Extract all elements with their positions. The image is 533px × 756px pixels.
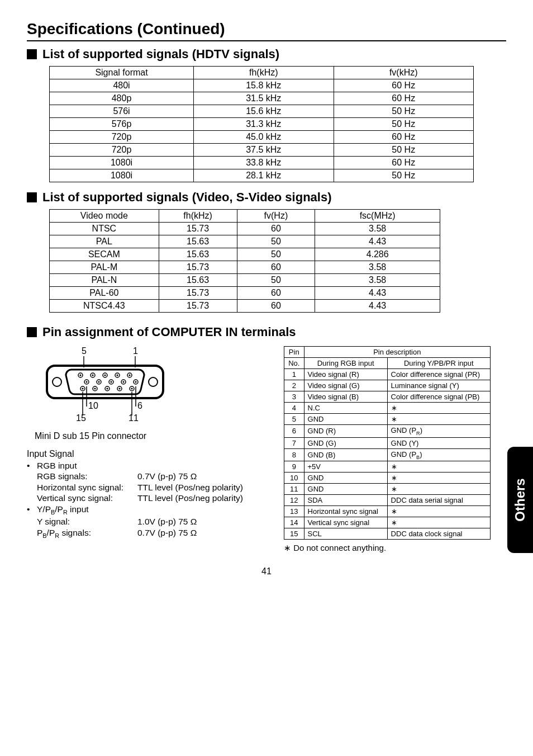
table-cell: PAL-M — [50, 261, 159, 274]
pin-label-11: 11 — [129, 413, 139, 423]
pin-rgb-cell: GND (R) — [304, 425, 387, 438]
table-row: 576i15.6 kHz50 Hz — [50, 105, 474, 118]
input-signal-heading: Input Signal — [27, 449, 267, 459]
video-table-body: NTSC15.73603.58PAL15.63504.43SECAM15.635… — [50, 223, 440, 313]
pin-rgb-cell: Video signal (G) — [304, 380, 387, 391]
table-row: 15SCLDDC data clock signal — [284, 528, 491, 540]
hdtv-table-body: 480i15.8 kHz60 Hz480p31.5 kHz60 Hz576i15… — [50, 79, 474, 182]
svg-point-7 — [104, 374, 106, 376]
table-row: 9+5V∗ — [284, 461, 491, 472]
title-rule — [27, 40, 506, 41]
svg-point-3 — [79, 374, 81, 376]
table-row: SECAM15.63504.286 — [50, 248, 440, 261]
bullet-icon: • — [27, 504, 37, 540]
ypbpr-input-label: Y/PB/PR input — [37, 504, 267, 517]
pin-ypbpr-cell: GND (PR) — [387, 425, 490, 438]
table-row: Video mode fh(kHz) fv(Hz) fsc(MHz) — [50, 210, 440, 223]
pin-area: 5 1 — [27, 346, 506, 553]
input-signal-list: • RGB input RGB signals: 0.7V (p-p) 75 Ω… — [27, 460, 267, 540]
table-row: NTSC4.4315.73604.43 — [50, 300, 440, 313]
svg-point-17 — [110, 381, 112, 382]
pbpr-signal-line: PB/PR signals: 0.7V (p-p) 75 Ω — [37, 527, 267, 540]
svg-point-5 — [92, 374, 93, 376]
table-row: 6GND (R)GND (PR) — [284, 425, 491, 438]
video-col-fv: fv(Hz) — [237, 210, 315, 223]
hdtv-table-head: Signal format fh(kHz) fv(kHz) — [50, 67, 474, 79]
table-row: 13Horizontal sync signal∗ — [284, 506, 491, 517]
table-cell: 31.3 kHz — [194, 118, 334, 131]
y-signal-val: 1.0V (p-p) 75 Ω — [137, 516, 267, 527]
table-row: 11GND∗ — [284, 484, 491, 495]
table-cell: 60 — [237, 287, 315, 300]
table-cell: 50 Hz — [334, 144, 473, 157]
table-cell: 50 Hz — [334, 118, 473, 131]
video-table: Video mode fh(kHz) fv(Hz) fsc(MHz) NTSC1… — [49, 209, 440, 313]
svg-point-11 — [129, 374, 130, 376]
pin-table-head: Pin Pin description No. During RGB input… — [284, 347, 491, 369]
table-cell: 50 — [237, 274, 315, 287]
table-cell: 15.63 — [159, 235, 237, 248]
ypbpr-input-group: • Y/PB/PR input Y signal: 1.0V (p-p) 75 … — [27, 504, 267, 540]
table-row: 7GND (G)GND (Y) — [284, 437, 491, 448]
ypbpr-text-p: /P — [55, 504, 63, 514]
table-cell: 60 Hz — [334, 131, 473, 144]
pin-rgb-cell: GND (B) — [304, 448, 387, 461]
section-heading-hdtv-text: List of supported signals (HDTV signals) — [42, 47, 279, 62]
pin-table-body: 1Video signal (R)Color difference signal… — [284, 369, 491, 540]
video-col-fsc: fsc(MHz) — [315, 210, 440, 223]
table-row: 5GND∗ — [284, 414, 491, 425]
svg-point-15 — [98, 381, 99, 382]
svg-point-31 — [131, 388, 132, 389]
pin-ypbpr-cell: DDC data serial signal — [387, 495, 490, 506]
table-cell: 60 — [237, 300, 315, 313]
video-col-mode: Video mode — [50, 210, 159, 223]
rgb-input-group: • RGB input RGB signals: 0.7V (p-p) 75 Ω… — [27, 460, 267, 504]
pin-label-6: 6 — [137, 401, 142, 410]
pin-no-cell: 3 — [284, 391, 304, 403]
table-cell: 4.43 — [315, 300, 440, 313]
pbpr-k-mid: /P — [47, 528, 55, 537]
square-bullet-icon — [27, 192, 37, 202]
table-cell: 576p — [50, 118, 194, 131]
table-cell: 45.0 kHz — [194, 131, 334, 144]
pin-no-cell: 14 — [284, 517, 304, 528]
pin-ypbpr-cell: DDC data clock signal — [387, 528, 490, 540]
video-col-fh: fh(kHz) — [159, 210, 237, 223]
pbpr-k-pre: P — [37, 528, 42, 537]
pin-ypbpr-cell: ∗ — [387, 517, 490, 528]
pin-no-cell: 15 — [284, 528, 304, 540]
pbpr-signal-val: 0.7V (p-p) 75 Ω — [137, 527, 267, 540]
pin-ypbpr-cell: GND (PB) — [387, 448, 490, 461]
pin-ypbpr-cell: Color difference signal (PR) — [387, 369, 490, 380]
pin-col-ypbpr: During Y/PB/PR input — [387, 358, 490, 369]
pin-no-cell: 4 — [284, 403, 304, 414]
section-heading-video: List of supported signals (Video, S-Vide… — [27, 190, 506, 205]
pin-rgb-cell: GND — [304, 484, 387, 495]
pin-rgb-cell: +5V — [304, 461, 387, 472]
pin-ypbpr-cell: ∗ — [387, 414, 490, 425]
pin-rgb-cell: Video signal (R) — [304, 369, 387, 380]
table-cell: PAL-60 — [50, 287, 159, 300]
table-cell: SECAM — [50, 248, 159, 261]
pin-no-cell: 13 — [284, 506, 304, 517]
table-cell: NTSC — [50, 223, 159, 235]
table-cell: 15.73 — [159, 300, 237, 313]
table-cell: 60 — [237, 223, 315, 235]
video-table-head: Video mode fh(kHz) fv(Hz) fsc(MHz) — [50, 210, 440, 223]
table-cell: 1080i — [50, 157, 194, 169]
pin-no-cell: 2 — [284, 380, 304, 391]
connector-diagram: 5 1 — [44, 346, 267, 424]
table-cell: 3.58 — [315, 261, 440, 274]
pin-no-cell: 6 — [284, 425, 304, 438]
table-cell: 31.5 kHz — [194, 92, 334, 105]
table-cell: 3.58 — [315, 274, 440, 287]
y-signal-line: Y signal: 1.0V (p-p) 75 Ω — [37, 516, 267, 527]
table-cell: 15.73 — [159, 287, 237, 300]
pbpr-k-sub2: R — [55, 532, 59, 539]
table-cell: PAL-N — [50, 274, 159, 287]
svg-point-27 — [106, 388, 108, 389]
table-row: PAL15.63504.43 — [50, 235, 440, 248]
pbpr-signal-key: PB/PR signals: — [37, 527, 137, 540]
table-cell: 50 Hz — [334, 169, 473, 182]
rgb-signals-val: 0.7V (p-p) 75 Ω — [137, 471, 267, 481]
